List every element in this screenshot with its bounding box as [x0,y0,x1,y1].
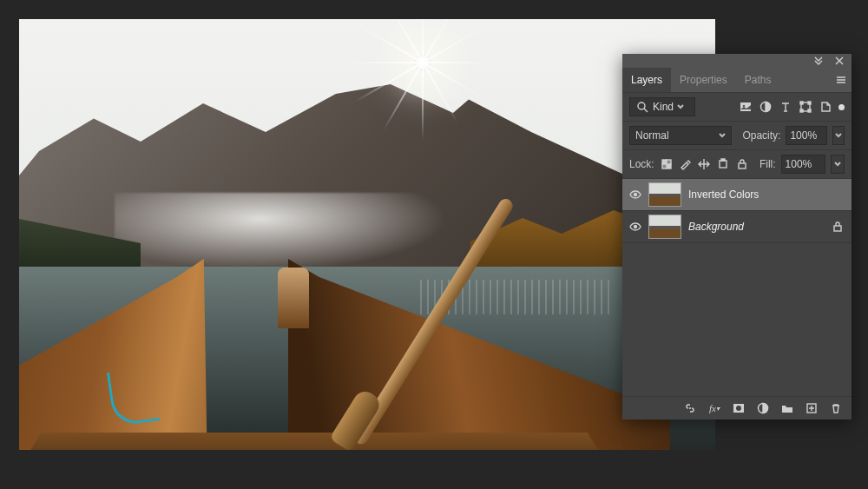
svg-rect-15 [739,163,746,169]
collapse-panel-icon[interactable] [812,54,825,68]
lock-icon[interactable] [831,220,845,234]
svg-rect-7 [800,109,803,112]
layer-name[interactable]: Inverted Colors [688,188,845,201]
layer-row[interactable]: Inverted Colors [622,179,852,211]
fill-input[interactable]: 100% [781,155,826,174]
layer-thumbnail[interactable] [648,215,681,239]
lock-row: Lock: Fill: 100% [622,149,852,178]
svg-point-17 [635,226,637,228]
filter-label: Kind [653,101,674,113]
visibility-toggle-icon[interactable] [629,220,641,234]
image-filter-icon[interactable] [739,100,753,114]
delete-layer-icon[interactable] [829,401,843,415]
type-filter-icon[interactable] [779,100,792,114]
svg-rect-11 [667,160,671,164]
svg-rect-18 [834,226,841,231]
smartobject-filter-icon[interactable] [819,100,832,114]
layer-mask-icon[interactable] [732,401,746,415]
svg-rect-9 [662,160,667,164]
chevron-down-icon [677,101,684,113]
svg-point-16 [635,194,637,196]
lock-artboard-icon[interactable] [716,157,730,171]
blend-mode-value: Normal [635,129,669,142]
svg-point-2 [743,105,745,107]
adjustment-filter-icon[interactable] [759,100,773,114]
lock-all-icon[interactable] [735,157,749,171]
panel-menu-icon[interactable] [834,73,848,87]
svg-point-20 [736,406,741,411]
adjustment-layer-icon[interactable] [756,401,770,415]
layer-name[interactable]: Background [688,221,824,233]
fill-slider-toggle[interactable] [831,155,845,174]
new-layer-icon[interactable] [805,401,819,415]
blend-row: Normal Opacity: 100% [622,121,852,149]
sun-ray [422,19,424,141]
svg-point-0 [638,102,645,109]
fill-label: Fill: [760,158,776,170]
svg-rect-10 [667,164,671,169]
search-icon [635,100,649,114]
group-icon[interactable] [780,401,794,415]
filter-row: Kind [622,92,852,121]
lock-label: Lock: [629,158,654,170]
layer-list[interactable]: Inverted ColorsBackground [622,178,852,396]
tab-paths[interactable]: Paths [736,68,780,92]
blend-mode-dropdown[interactable]: Normal [629,126,732,145]
link-layers-icon[interactable] [683,401,697,415]
document-canvas[interactable] [19,19,715,450]
layers-panel: Layers Properties Paths Kind Normal Opac… [622,54,852,420]
shape-filter-icon[interactable] [799,100,812,114]
lock-transparency-icon[interactable] [660,157,674,171]
layer-row[interactable]: Background [622,211,852,243]
svg-rect-14 [721,159,725,161]
layer-panel-footer: fx▾ [622,396,852,420]
opacity-input[interactable]: 100% [786,126,826,145]
opacity-label: Opacity: [742,129,780,142]
svg-rect-6 [808,102,811,104]
visibility-toggle-icon[interactable] [629,188,641,202]
sun-ray [345,62,492,63]
tab-layers[interactable]: Layers [622,68,671,92]
close-panel-icon[interactable] [832,54,846,68]
chevron-down-icon [719,129,726,142]
tab-properties[interactable]: Properties [671,68,736,92]
lock-paint-icon[interactable] [679,157,693,171]
svg-rect-8 [808,109,811,112]
artboard-filter-icon[interactable] [838,104,845,110]
svg-rect-13 [720,161,727,168]
opacity-slider-toggle[interactable] [832,126,845,145]
svg-rect-12 [662,164,667,169]
svg-rect-5 [800,102,803,104]
fx-icon[interactable]: fx▾ [707,401,721,415]
lock-position-icon[interactable] [697,157,711,171]
layer-thumbnail[interactable] [648,182,681,207]
layer-filter-dropdown[interactable]: Kind [629,97,695,116]
boat-region [19,259,679,450]
panel-tabs: Layers Properties Paths [622,68,852,92]
